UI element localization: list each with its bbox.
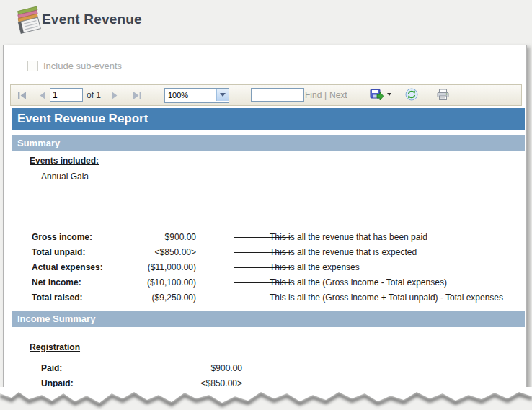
chevron-down-icon[interactable] bbox=[216, 89, 229, 101]
summary-row-gross-income: Gross income: $900.00 This is all the re… bbox=[32, 232, 523, 244]
row-description: This is all the revenue that is expected bbox=[270, 247, 417, 257]
report-title-bar: Event Revenue Report bbox=[12, 108, 525, 130]
summary-row-net-income: Net income: ($10,100.00) This is all the… bbox=[32, 277, 523, 289]
row-value: ($10,100.00) bbox=[111, 277, 196, 288]
report-viewer-toolbar: of 1 100% Find | Next bbox=[10, 84, 522, 106]
first-page-icon[interactable] bbox=[17, 91, 27, 100]
include-sub-events-checkbox[interactable] bbox=[27, 61, 38, 71]
zoom-select[interactable]: 100% bbox=[164, 88, 229, 103]
income-row-paid: Paid: $900.00 bbox=[41, 363, 257, 375]
row-label: Actual expenses: bbox=[32, 262, 103, 272]
report-notebook-icon bbox=[16, 5, 43, 35]
app-window: Event Revenue Include sub-events of 1 10… bbox=[0, 0, 532, 410]
row-label: Total unpaid: bbox=[32, 247, 85, 257]
row-value: ($11,000.00) bbox=[111, 262, 196, 272]
next-page-icon[interactable] bbox=[110, 91, 120, 100]
previous-page-icon[interactable] bbox=[37, 91, 48, 100]
income-group-label: Registration bbox=[30, 342, 80, 352]
row-description: This is all the expenses bbox=[270, 262, 360, 272]
last-page-icon[interactable] bbox=[132, 91, 142, 100]
app-header: Event Revenue bbox=[0, 0, 532, 45]
section-header-income-summary: Income Summary bbox=[12, 311, 525, 327]
page-count-label: of 1 bbox=[87, 90, 101, 100]
refresh-icon[interactable] bbox=[405, 88, 418, 101]
row-description: This is all the (Gross income - Total ex… bbox=[270, 277, 447, 288]
row-description: This is all the (Gross income + Total un… bbox=[270, 293, 503, 303]
section-header-summary: Summary bbox=[12, 135, 525, 151]
print-icon[interactable] bbox=[436, 89, 450, 101]
summary-row-total-raised: Total raised: ($9,250.00) This is all th… bbox=[32, 293, 523, 304]
find-link[interactable]: Find bbox=[305, 90, 322, 100]
row-value: $900.00 bbox=[111, 232, 196, 242]
find-next-link[interactable]: Next bbox=[329, 90, 347, 100]
include-sub-events-label: Include sub-events bbox=[43, 61, 122, 71]
export-dropdown-icon[interactable] bbox=[387, 93, 391, 98]
torn-paper-edge bbox=[0, 387, 532, 410]
zoom-value: 100% bbox=[168, 91, 188, 99]
row-label: Gross income: bbox=[32, 232, 92, 242]
page-number-input[interactable] bbox=[50, 88, 83, 102]
events-included-label: Events included: bbox=[30, 156, 99, 166]
find-next-separator: | bbox=[324, 90, 327, 100]
export-icon[interactable] bbox=[370, 89, 384, 101]
row-label: Net income: bbox=[32, 277, 81, 288]
find-input[interactable] bbox=[251, 88, 304, 102]
summary-row-total-unpaid: Total unpaid: <$850.00> This is all the … bbox=[32, 247, 523, 259]
row-label: Total raised: bbox=[32, 293, 82, 303]
summary-divider bbox=[27, 226, 378, 226]
row-value: $900.00 bbox=[113, 363, 242, 373]
report-panel: Include sub-events of 1 100% Find bbox=[3, 45, 527, 390]
summary-row-actual-expenses: Actual expenses: ($11,000.00) This is al… bbox=[32, 262, 523, 274]
page-title: Event Revenue bbox=[42, 12, 142, 27]
event-name: Annual Gala bbox=[41, 171, 89, 182]
row-value: <$850.00> bbox=[111, 247, 196, 257]
row-value: ($9,250.00) bbox=[111, 293, 196, 303]
row-description: This is all the revenue that has been pa… bbox=[270, 232, 427, 242]
row-label: Paid: bbox=[41, 363, 62, 373]
